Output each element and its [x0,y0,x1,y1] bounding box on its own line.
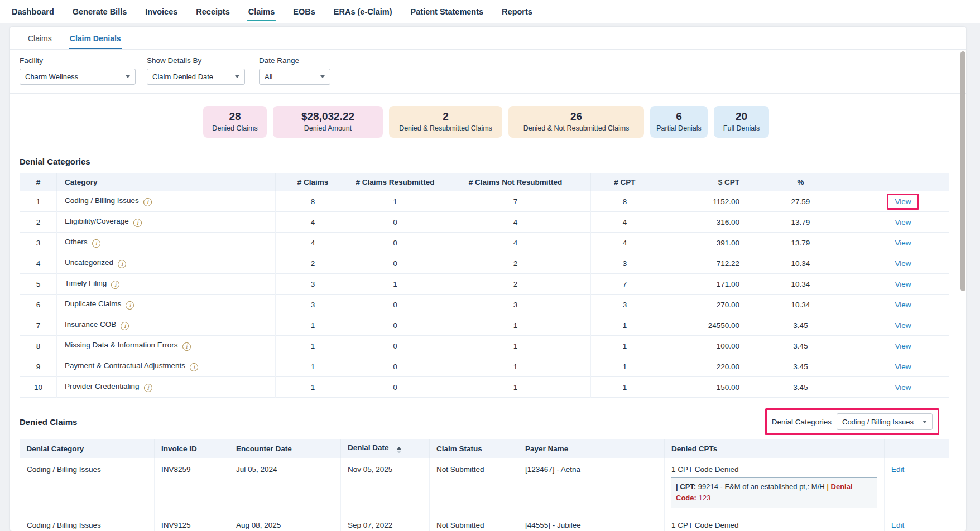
info-icon[interactable]: i [143,198,152,206]
view-link[interactable]: View [895,383,911,392]
claims-resubmitted-count: 0 [350,356,440,377]
info-icon[interactable]: i [133,219,142,227]
info-icon[interactable]: i [182,342,191,351]
nav-item-dashboard[interactable]: Dashboard [12,7,54,16]
facility-select[interactable]: Charm Wellness [20,69,136,85]
category-row: 3Othersi4044391.0013.79View [20,233,949,253]
cpt-count: 1 [591,315,659,336]
cpt-detail-segment: | [827,482,830,491]
filter-label: Facility [20,56,147,65]
select-value: Coding / Billing Issues [842,418,914,426]
denied-claim-row: Coding / Billing IssuesINV8259Jul 05, 20… [20,458,949,514]
info-icon[interactable]: i [190,363,198,371]
cpt-amount: 391.00 [659,233,744,253]
table-header-row: #Category# Claims# Claims Resubmitted# C… [20,173,949,191]
column-header-blank [857,173,949,191]
encounter-date: Aug 08, 2025 [229,514,341,531]
cpt-amount: 100.00 [659,336,744,356]
category-name: Timely Filingi [57,274,276,295]
column-header-claims: # Claims [276,173,350,191]
nav-item-patient-statements[interactable]: Patient Statements [411,7,484,16]
filter-label: Show Details By [147,56,259,65]
view-link[interactable]: View [895,280,911,288]
tab-claim-denials[interactable]: Claim Denials [69,27,122,49]
cpt-denied-summary: 1 CPT Code Denied [671,465,877,474]
info-icon[interactable]: i [118,260,126,268]
category-name: Duplicate Claimsi [57,295,276,315]
nav-item-eobs[interactable]: EOBs [293,7,315,16]
percent: 10.34 [744,274,857,295]
view-link[interactable]: View [895,363,911,371]
column-header-category: Category [57,173,276,191]
view-link[interactable]: View [895,301,911,309]
filter-show-details-by: Show Details ByClaim Denied Date [147,56,259,85]
show-details-by-select[interactable]: Claim Denied Date [147,69,245,85]
vertical-scrollbar[interactable] [960,51,965,291]
claims-resubmitted-count: 0 [350,377,440,398]
claims-count: 4 [276,233,350,253]
info-icon[interactable]: i [121,322,129,330]
claims-count: 2 [276,253,350,274]
cpt-detail-segment: | CPT: [676,482,698,491]
tab-claims[interactable]: Claims [27,27,53,49]
cpt-count: 3 [591,295,659,315]
summary-label: Denied & Resubmitted Claims [392,124,499,132]
info-icon[interactable]: i [144,384,152,392]
info-icon[interactable]: i [126,301,134,310]
nav-item-generate-bills[interactable]: Generate Bills [73,7,127,16]
summary-cards: 28Denied Claims$28,032.22Denied Amount2D… [10,106,966,138]
column-header-claim-status: Claim Status [430,439,518,458]
chevron-down-icon [235,75,239,78]
category-name: Uncategorizedi [57,253,276,274]
claims-resubmitted-count: 1 [350,191,440,212]
sort-desc-icon[interactable] [397,451,401,453]
nav-item-reports[interactable]: Reports [502,7,532,16]
category-row: 5Timely Filingi3127171.0010.34View [20,274,949,295]
row-number: 1 [20,191,57,212]
sort-asc-icon[interactable] [397,447,401,450]
cpt-count: 1 [591,336,659,356]
view-link[interactable]: View [895,342,911,350]
edit-link[interactable]: Edit [891,465,904,474]
claims-count: 1 [276,377,350,398]
cpt-amount: 220.00 [659,356,744,377]
view-link[interactable]: View [895,321,911,330]
sub-tabs: ClaimsClaim Denials [10,27,966,50]
view-link[interactable]: View [895,197,911,206]
nav-item-receipts[interactable]: Receipts [196,7,229,16]
claims-resubmitted-count: 0 [350,295,440,315]
category-name: Coding / Billing Issuesi [57,191,276,212]
cpt-count: 1 [591,377,659,398]
nav-item-claims[interactable]: Claims [248,7,275,16]
summary-value: 28 [206,110,263,123]
row-number: 9 [20,356,57,377]
edit-link[interactable]: Edit [891,521,904,529]
view-cell: View [857,274,949,295]
percent: 3.45 [744,377,857,398]
view-cell: View [857,356,949,377]
cpt-amount: 171.00 [659,274,744,295]
view-link[interactable]: View [895,218,911,226]
info-icon[interactable]: i [111,281,119,289]
view-link[interactable]: View [895,239,911,247]
info-icon[interactable]: i [92,239,100,248]
cpt-amount: 24550.00 [659,315,744,336]
edit-cell: Edit [885,514,949,531]
summary-card-full-denials: 20Full Denials [714,106,769,138]
claims-not-resubmitted-count: 2 [440,253,591,274]
nav-item-invoices[interactable]: Invoices [145,7,177,16]
cpt-detail-segment: 99214 - E&M of an established pt,: M/H [698,482,827,491]
select-value: Claim Denied Date [152,73,213,81]
cpt-amount: 712.22 [659,253,744,274]
category-row: 4Uncategorizedi2023712.2210.34View [20,253,949,274]
view-link[interactable]: View [895,259,911,268]
summary-card-denied-not-resubmitted-claims: 26Denied & Not Resubmitted Claims [508,106,644,138]
view-cell: View [857,336,949,356]
date-range-select[interactable]: All [259,69,330,85]
nav-item-eras-e-claim[interactable]: ERAs (e-Claim) [334,7,392,16]
column-header-payer-name: Payer Name [518,439,665,458]
column-header-encounter-date: Encounter Date [229,439,341,458]
annotation-highlight: View [887,194,919,210]
claims-count: 3 [276,295,350,315]
denial-categories-filter-select[interactable]: Coding / Billing Issues [837,413,933,430]
